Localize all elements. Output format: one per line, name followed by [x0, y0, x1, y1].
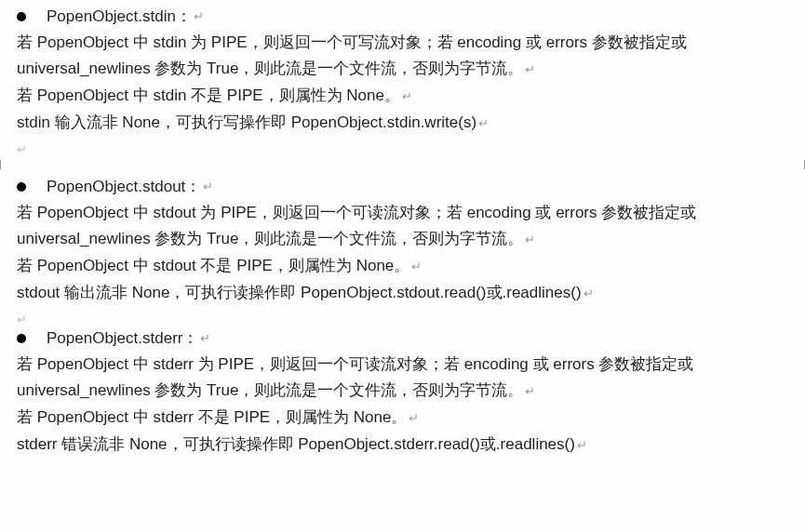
text-run: 若 PopenObject 中 stdin 为 PIPE，则返回一个可写流对象；… [17, 33, 687, 77]
paragraph-text: 若 PopenObject 中 stderr 不是 PIPE，则属性为 None… [17, 405, 788, 432]
text-run: 若 PopenObject 中 stderr 不是 PIPE，则属性为 None… [17, 408, 407, 426]
paragraph-text: 若 PopenObject 中 stdin 为 PIPE，则返回一个可写流对象；… [17, 30, 788, 83]
return-mark-icon: ↵ [402, 89, 412, 103]
text-run: 若 PopenObject 中 stdout 为 PIPE，则返回一个可读流对象… [17, 204, 696, 247]
heading-text: PopenObject.stdin： [47, 4, 192, 30]
return-mark-icon: ↵ [525, 233, 535, 246]
paragraph-text: stdin 输入流非 None，可执行写操作即 PopenObject.stdi… [17, 110, 788, 137]
paragraph-text: 若 PopenObject 中 stdout 为 PIPE，则返回一个可读流对象… [17, 200, 788, 253]
bullet-heading-stdin: PopenObject.stdin： ↵ [17, 4, 788, 30]
text-run: 若 PopenObject 中 stderr 为 PIPE，则返回一个可读流对象… [17, 355, 693, 399]
text-run: stdin 输入流非 None，可执行写操作即 PopenObject.stdi… [17, 113, 476, 131]
paragraph-text: stderr 错误流非 None，可执行读操作即 PopenObject.std… [17, 432, 788, 459]
return-mark-icon: ↵ [525, 62, 535, 76]
text-run: stderr 错误流非 None，可执行读操作即 PopenObject.std… [17, 435, 575, 453]
bullet-heading-stderr: PopenObject.stderr： ↵ [17, 326, 788, 352]
return-mark-icon: ↵ [577, 438, 587, 452]
text-run: 若 PopenObject 中 stdin 不是 PIPE，则属性为 None。 [17, 86, 400, 104]
empty-line: ↵ [17, 307, 788, 326]
bullet-icon [17, 334, 26, 343]
empty-line: ↵ [17, 137, 788, 155]
return-mark-icon: ↵ [200, 326, 210, 352]
paragraph-text: stdout 输出流非 None，可执行读操作即 PopenObject.std… [17, 280, 788, 307]
document-page: PopenObject.stdin： ↵ 若 PopenObject 中 std… [0, 0, 805, 459]
return-mark-icon: ↵ [194, 4, 204, 30]
return-mark-icon: ↵ [584, 286, 594, 300]
page-corner-right-icon [795, 160, 805, 169]
return-mark-icon: ↵ [409, 411, 419, 425]
return-mark-icon: ↵ [478, 116, 489, 130]
text-run: 若 PopenObject 中 stdout 不是 PIPE，则属性为 None… [17, 257, 409, 274]
bullet-heading-stdout: PopenObject.stdout： ↵ [17, 174, 788, 200]
return-mark-icon: ↵ [525, 384, 535, 398]
heading-text: PopenObject.stdout： [47, 174, 201, 200]
page-corner-left-icon [0, 160, 10, 169]
heading-text: PopenObject.stderr： [47, 326, 198, 352]
bullet-icon [17, 182, 26, 192]
text-run: stdout 输出流非 None，可执行读操作即 PopenObject.std… [17, 284, 582, 301]
return-mark-icon: ↵ [411, 259, 422, 273]
paragraph-text: 若 PopenObject 中 stdin 不是 PIPE，则属性为 None。… [17, 83, 788, 110]
paragraph-text: 若 PopenObject 中 stderr 为 PIPE，则返回一个可读流对象… [17, 352, 788, 405]
page-break-marker [0, 155, 805, 174]
return-mark-icon: ↵ [203, 174, 213, 200]
paragraph-text: 若 PopenObject 中 stdout 不是 PIPE，则属性为 None… [17, 253, 788, 280]
bullet-icon [17, 12, 26, 21]
